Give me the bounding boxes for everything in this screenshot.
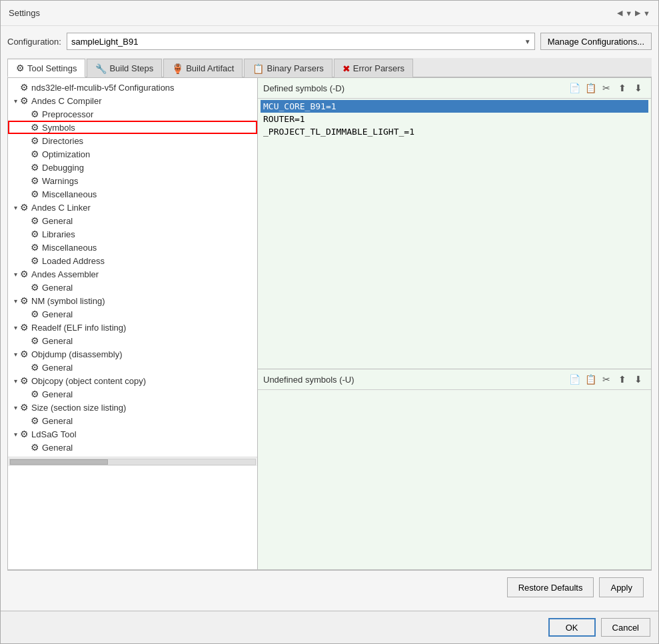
- undefined-down-button[interactable]: ⬇: [631, 372, 646, 387]
- tree-item-general5[interactable]: ⚙General: [8, 361, 257, 374]
- tree-icon-andes-c-linker: ⚙: [20, 202, 29, 213]
- tree-label-general2: General: [42, 283, 73, 293]
- restore-defaults-button[interactable]: Restore Defaults: [507, 577, 594, 597]
- tree-icon-readelf: ⚙: [20, 322, 29, 333]
- tab-build-artifact[interactable]: 🏺 Build Artifact: [163, 59, 243, 77]
- expander-andes-c-linker[interactable]: ▾: [11, 204, 20, 211]
- expander-objcopy[interactable]: ▾: [11, 377, 20, 385]
- cancel-button[interactable]: Cancel: [601, 618, 650, 637]
- defined-symbols-list[interactable]: MCU_CORE_B91=1ROUTER=1_PROJECT_TL_DIMMAB…: [258, 99, 651, 369]
- tab-tool-settings[interactable]: ⚙ Tool Settings: [7, 59, 85, 77]
- tree-icon-debugging: ⚙: [31, 162, 39, 173]
- expander-ldsag[interactable]: ▾: [11, 431, 20, 438]
- nav-forward-arrow-icon[interactable]: ▼: [643, 9, 650, 17]
- tree-icon-objdump: ⚙: [20, 349, 29, 359]
- tree-item-general8[interactable]: ⚙General: [8, 441, 257, 454]
- tree-item-readelf[interactable]: ▾⚙Readelf (ELF info listing): [8, 321, 257, 334]
- tree-item-loaded-address[interactable]: ⚙Loaded Address: [8, 254, 257, 267]
- tree-item-size[interactable]: ▾⚙Size (section size listing): [8, 401, 257, 414]
- tree-item-ldsag[interactable]: ▾⚙LdSaG Tool: [8, 427, 257, 441]
- defined-symbol-entry-2[interactable]: _PROJECT_TL_DIMMABLE_LIGHT_=1: [261, 125, 648, 138]
- config-row: Configuration: sampleLight_B91 ▼ Manage …: [7, 33, 652, 50]
- nav-forward-icon[interactable]: ▶: [635, 9, 640, 17]
- tree-item-andes-assembler[interactable]: ▾⚙Andes Assembler: [8, 267, 257, 281]
- tree-horizontal-scrollbar[interactable]: [8, 457, 257, 466]
- tree-item-nm-symbol[interactable]: ▾⚙NM (symbol listing): [8, 294, 257, 307]
- tree-icon-miscellaneous2: ⚙: [31, 242, 39, 253]
- expander-readelf[interactable]: ▾: [11, 324, 20, 331]
- defined-symbol-entry-0[interactable]: MCU_CORE_B91=1: [261, 100, 648, 113]
- tree-item-general3[interactable]: ⚙General: [8, 307, 257, 321]
- apply-button[interactable]: Apply: [599, 577, 644, 597]
- nav-back-icon[interactable]: ◀: [617, 9, 622, 17]
- tree-label-nm-symbol: NM (symbol listing): [31, 296, 105, 306]
- tree-item-debugging[interactable]: ⚙Debugging: [8, 161, 257, 174]
- tree-label-preprocessor: Preprocessor: [42, 109, 93, 119]
- tree-item-symbols[interactable]: ⚙Symbols: [8, 121, 257, 134]
- expander-andes-c-compiler[interactable]: ▾: [11, 97, 20, 105]
- error-parsers-icon: ✖: [342, 63, 350, 74]
- h-scroll-track[interactable]: [9, 459, 256, 465]
- tab-error-parsers[interactable]: ✖ Error Parsers: [334, 59, 413, 77]
- tree-label-general8: General: [42, 443, 73, 453]
- tree-item-objcopy[interactable]: ▾⚙Objcopy (object content copy): [8, 374, 257, 387]
- tree-icon-nds32: ⚙: [20, 82, 29, 93]
- config-select[interactable]: sampleLight_B91: [67, 33, 535, 50]
- tabs-bar: ⚙ Tool Settings 🔧 Build Steps 🏺 Build Ar…: [7, 58, 652, 77]
- expander-andes-assembler[interactable]: ▾: [11, 271, 20, 278]
- undefined-cut-button[interactable]: ✂: [599, 372, 614, 387]
- defined-copy-button[interactable]: 📋: [583, 81, 598, 95]
- tree-label-size: Size (section size listing): [31, 403, 126, 413]
- undefined-copy-button[interactable]: 📋: [583, 372, 598, 387]
- build-artifact-icon: 🏺: [172, 63, 183, 74]
- manage-configurations-button[interactable]: Manage Configurations...: [540, 33, 652, 50]
- tab-build-steps[interactable]: 🔧 Build Steps: [87, 59, 162, 77]
- tree-item-preprocessor[interactable]: ⚙Preprocessor: [8, 107, 257, 121]
- tree-item-miscellaneous1[interactable]: ⚙Miscellaneous: [8, 187, 257, 201]
- tree-icon-warnings: ⚙: [31, 175, 39, 186]
- defined-down-button[interactable]: ⬇: [631, 81, 646, 95]
- tree-icon-general4: ⚙: [31, 335, 39, 346]
- expander-nm-symbol[interactable]: ▾: [11, 297, 20, 305]
- defined-symbol-entry-1[interactable]: ROUTER=1: [261, 113, 648, 125]
- expander-size[interactable]: ▾: [11, 404, 20, 411]
- defined-up-button[interactable]: ⬆: [615, 81, 630, 95]
- ok-button[interactable]: OK: [548, 618, 596, 637]
- tree-item-general7[interactable]: ⚙General: [8, 414, 257, 427]
- tab-build-steps-label: Build Steps: [109, 63, 153, 73]
- tree-item-objdump[interactable]: ▾⚙Objdump (disassembly): [8, 347, 257, 361]
- expander-objdump[interactable]: ▾: [11, 351, 20, 358]
- tree-icon-optimization: ⚙: [31, 149, 39, 159]
- tree-item-andes-c-linker[interactable]: ▾⚙Andes C Linker: [8, 201, 257, 214]
- tree-icon-size: ⚙: [20, 402, 29, 413]
- tool-settings-icon: ⚙: [16, 63, 25, 73]
- undefined-symbols-toolbar: 📄 📋 ✂ ⬆ ⬇: [567, 372, 646, 387]
- tab-binary-parsers[interactable]: 📋 Binary Parsers: [244, 59, 332, 77]
- tree-icon-andes-c-compiler: ⚙: [20, 95, 29, 106]
- defined-add-button[interactable]: 📄: [567, 81, 582, 95]
- tree-item-libraries[interactable]: ⚙Libraries: [8, 227, 257, 241]
- undefined-add-button[interactable]: 📄: [567, 372, 582, 387]
- tree-item-miscellaneous2[interactable]: ⚙Miscellaneous: [8, 241, 257, 254]
- undefined-up-button[interactable]: ⬆: [615, 372, 630, 387]
- undefined-symbols-list[interactable]: [258, 390, 651, 569]
- tree-item-andes-c-compiler[interactable]: ▾⚙Andes C Compiler: [8, 94, 257, 107]
- tree-label-objdump: Objdump (disassembly): [31, 349, 123, 359]
- tree-item-directories[interactable]: ⚙Directories: [8, 134, 257, 147]
- tree-icon-preprocessor: ⚙: [31, 109, 39, 119]
- tree-item-warnings[interactable]: ⚙Warnings: [8, 174, 257, 187]
- dialog-bottom-bar: OK Cancel: [1, 611, 658, 643]
- tree-icon-objcopy: ⚙: [20, 375, 29, 386]
- defined-cut-button[interactable]: ✂: [599, 81, 614, 95]
- tree-item-optimization[interactable]: ⚙Optimization: [8, 147, 257, 161]
- tree-item-general6[interactable]: ⚙General: [8, 387, 257, 401]
- tree-item-general1[interactable]: ⚙General: [8, 214, 257, 227]
- tree-item-general2[interactable]: ⚙General: [8, 281, 257, 294]
- tree-item-nds32[interactable]: ⚙nds32le-elf-mculib-v5f Configurations: [8, 81, 257, 94]
- nav-back-arrow-icon[interactable]: ▼: [625, 9, 632, 17]
- h-scroll-thumb[interactable]: [10, 459, 108, 465]
- settings-dialog: Settings ◀ ▼ ▶ ▼ Configuration: sampleLi…: [0, 0, 659, 644]
- tree-icon-directories: ⚙: [31, 135, 39, 146]
- tree-label-readelf: Readelf (ELF info listing): [31, 323, 126, 333]
- tree-item-general4[interactable]: ⚙General: [8, 334, 257, 347]
